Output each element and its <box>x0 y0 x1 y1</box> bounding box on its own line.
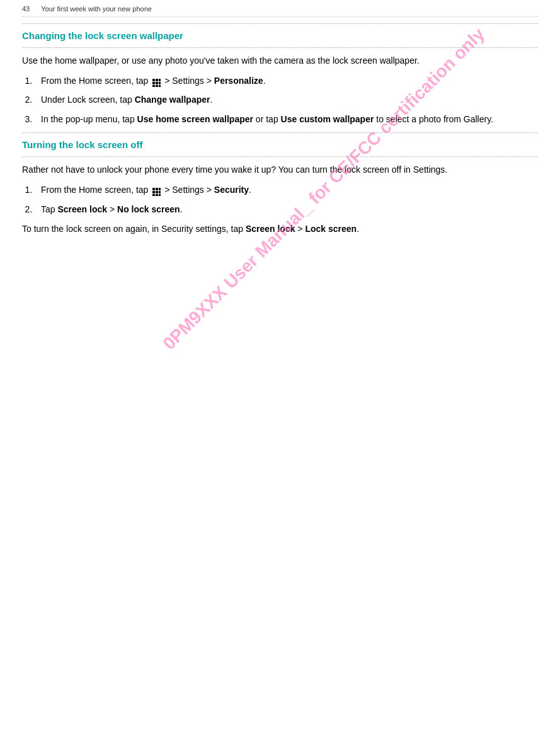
svg-rect-9 <box>152 188 155 190</box>
step2-text-before: Under Lock screen, tap <box>41 95 135 105</box>
step3-text-bold1: Use home screen wallpaper <box>137 114 253 124</box>
s2-step2-text-middle: > <box>107 204 117 214</box>
section2-step1: From the Home screen, tap > Setti <box>35 183 538 197</box>
svg-rect-1 <box>156 79 158 81</box>
section-change-wallpaper: Changing the lock screen wallpaper Use t… <box>22 30 538 126</box>
svg-rect-16 <box>156 194 158 196</box>
section2-divider <box>22 156 538 157</box>
footer-after: . <box>357 224 359 234</box>
grid-icon-1 <box>152 77 161 86</box>
svg-rect-7 <box>156 85 158 87</box>
section-turn-off: Turning the lock screen off Rather not h… <box>22 139 538 236</box>
section1-step2: Under Lock screen, tap Change wallpaper. <box>35 93 538 107</box>
s2-step1-text-middle: > Settings > <box>164 185 214 195</box>
s2-step1-text-bold: Security <box>214 185 249 195</box>
svg-rect-8 <box>159 85 161 87</box>
step1-text-after: . <box>263 76 266 86</box>
svg-rect-4 <box>156 82 158 84</box>
section1-intro: Use the home wallpaper, or use any photo… <box>22 54 538 67</box>
svg-rect-5 <box>159 82 161 84</box>
svg-rect-15 <box>152 194 155 196</box>
section1-step3: In the pop-up menu, tap Use home screen … <box>35 112 538 126</box>
footer-text-before: To turn the lock screen on again, in Sec… <box>22 224 246 234</box>
grid-icon-2 <box>152 186 161 195</box>
section2-step2: Tap Screen lock > No lock screen. <box>35 202 538 216</box>
step1-text-bold: Personalize <box>214 76 263 86</box>
page-container: 43 Your first week with your new phone C… <box>0 0 560 267</box>
svg-rect-2 <box>159 79 161 81</box>
svg-rect-11 <box>159 188 161 190</box>
footer-middle: > <box>295 224 305 234</box>
section2-heading: Turning the lock screen off <box>22 139 538 150</box>
s2-step2-text-after: . <box>180 204 183 214</box>
step3-text-bold2: Use custom wallpaper <box>281 114 374 124</box>
s2-step2-text-bold2: No lock screen <box>117 204 180 214</box>
top-divider <box>22 23 538 24</box>
section1-divider <box>22 47 538 48</box>
footer-bold2: Lock screen <box>305 224 357 234</box>
svg-rect-3 <box>152 82 155 84</box>
svg-rect-12 <box>152 191 155 193</box>
step3-text-middle: or tap <box>253 114 281 124</box>
s2-step1-text-after: . <box>249 185 251 195</box>
step2-text-bold: Change wallpaper <box>135 95 210 105</box>
section1-heading: Changing the lock screen wallpaper <box>22 30 538 41</box>
section2-steps: From the Home screen, tap > Setti <box>35 183 538 216</box>
s2-step2-text-bold1: Screen lock <box>57 204 107 214</box>
section-divider <box>22 132 538 133</box>
step3-text-after: to select a photo from Gallery. <box>374 114 493 124</box>
svg-rect-6 <box>152 85 155 87</box>
section2-intro: Rather not have to unlock your phone eve… <box>22 163 538 176</box>
section1-step1: From the Home screen, tap > Setti <box>35 74 538 88</box>
step2-text-after: . <box>210 95 212 105</box>
svg-rect-17 <box>159 194 161 196</box>
step1-text-middle: > Settings > <box>164 76 214 86</box>
page-title: Your first week with your new phone <box>41 5 152 13</box>
section1-steps: From the Home screen, tap > Setti <box>35 74 538 126</box>
footer-bold1: Screen lock <box>246 224 295 234</box>
page-number: 43 <box>22 5 30 13</box>
section2-footer: To turn the lock screen on again, in Sec… <box>22 222 538 236</box>
step3-text-before: In the pop-up menu, tap <box>41 114 137 124</box>
svg-rect-0 <box>152 79 155 81</box>
s2-step2-text-before: Tap <box>41 204 57 214</box>
s2-step1-text-before: From the Home screen, tap <box>41 185 151 195</box>
svg-rect-13 <box>156 191 158 193</box>
svg-rect-10 <box>156 188 158 190</box>
page-header: 43 Your first week with your new phone <box>22 5 538 17</box>
step1-text-before: From the Home screen, tap <box>41 76 151 86</box>
svg-rect-14 <box>159 191 161 193</box>
